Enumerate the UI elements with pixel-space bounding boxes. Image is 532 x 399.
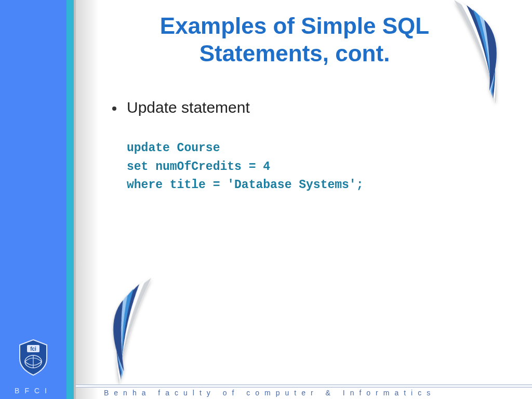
decorative-swoosh-icon: [423, 0, 527, 109]
bfci-logo-icon: fci: [18, 339, 49, 376]
bullet-item: Update statement: [112, 99, 250, 116]
footer-divider: [76, 384, 532, 388]
svg-text:fci: fci: [30, 346, 36, 352]
code-block: update Course set numOfCredits = 4 where…: [127, 139, 363, 195]
decorative-swoosh-icon: [78, 270, 192, 393]
bullet-text: Update statement: [127, 99, 250, 116]
bullet-dot-icon: [112, 107, 116, 111]
sidebar-label: BFCI: [0, 387, 66, 395]
footer-text: Benha faculty of computer & Informatics: [104, 389, 511, 397]
left-accent-stripe: [66, 0, 74, 399]
